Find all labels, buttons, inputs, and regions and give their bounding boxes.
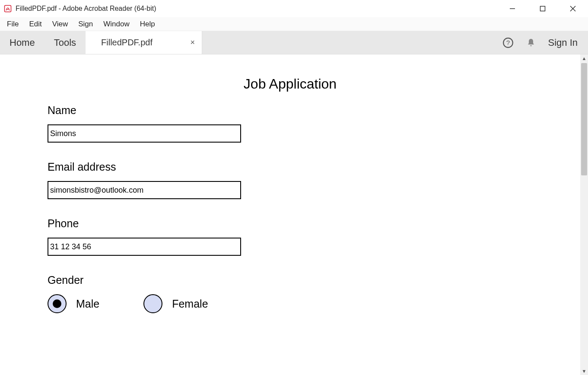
close-button[interactable] xyxy=(558,0,588,17)
radio-male[interactable] xyxy=(48,294,67,313)
minimize-button[interactable] xyxy=(497,0,528,17)
maximize-button[interactable] xyxy=(528,0,558,17)
phone-value: 31 12 34 56 xyxy=(50,242,91,251)
sign-in-button[interactable]: Sign In xyxy=(548,37,578,48)
scroll-down-icon[interactable]: ▼ xyxy=(580,367,588,375)
toolbar-right: ? Sign In xyxy=(502,31,588,54)
radio-female-label: Female xyxy=(172,298,208,310)
tab-bar: Home Tools FilledPDF.pdf × ? Sign In xyxy=(0,31,588,54)
menu-view[interactable]: View xyxy=(47,18,73,30)
radio-male-label: Male xyxy=(76,298,99,310)
gender-label: Gender xyxy=(48,274,580,286)
menu-file[interactable]: File xyxy=(2,18,24,30)
menu-bar: File Edit View Sign Window Help xyxy=(0,17,588,31)
email-block: Email address simonsbistro@outlook.com xyxy=(48,161,580,199)
email-value: simonsbistro@outlook.com xyxy=(50,186,143,195)
tab-tools[interactable]: Tools xyxy=(44,31,86,54)
phone-label: Phone xyxy=(48,217,580,230)
svg-text:?: ? xyxy=(506,39,509,46)
document-viewport: Job Application Name Simons Email addres… xyxy=(0,54,588,375)
svg-rect-0 xyxy=(5,6,11,12)
tab-document[interactable]: FilledPDF.pdf × xyxy=(86,31,202,54)
radio-female[interactable] xyxy=(143,294,162,313)
name-field[interactable]: Simons xyxy=(48,124,241,143)
menu-edit[interactable]: Edit xyxy=(24,18,47,30)
phone-field[interactable]: 31 12 34 56 xyxy=(48,238,241,256)
vertical-scrollbar[interactable]: ▲ ▼ xyxy=(580,54,588,375)
email-label: Email address xyxy=(48,161,580,173)
pdf-page: Job Application Name Simons Email addres… xyxy=(0,54,580,375)
menu-help[interactable]: Help xyxy=(135,18,160,30)
phone-block: Phone 31 12 34 56 xyxy=(48,217,580,256)
scroll-thumb[interactable] xyxy=(581,63,587,175)
menu-sign[interactable]: Sign xyxy=(73,18,98,30)
tab-document-label: FilledPDF.pdf xyxy=(101,38,153,48)
window-title: FilledPDF.pdf - Adobe Acrobat Reader (64… xyxy=(16,5,156,13)
gender-options: Male Female xyxy=(48,294,580,313)
tab-home[interactable]: Home xyxy=(0,31,44,54)
bell-icon[interactable] xyxy=(526,38,536,48)
form-title: Job Application xyxy=(0,76,580,92)
gender-block: Gender Male Female xyxy=(48,274,580,313)
menu-window[interactable]: Window xyxy=(98,18,134,30)
help-icon[interactable]: ? xyxy=(502,37,514,48)
window-controls xyxy=(497,0,588,17)
name-block: Name Simons xyxy=(48,104,580,143)
email-field[interactable]: simonsbistro@outlook.com xyxy=(48,181,241,199)
name-value: Simons xyxy=(50,129,76,138)
scroll-up-icon[interactable]: ▲ xyxy=(580,54,588,62)
title-bar: FilledPDF.pdf - Adobe Acrobat Reader (64… xyxy=(0,0,588,17)
tab-close-icon[interactable]: × xyxy=(191,38,195,47)
acrobat-icon xyxy=(3,4,12,13)
name-label: Name xyxy=(48,104,580,117)
svg-rect-2 xyxy=(540,6,545,11)
